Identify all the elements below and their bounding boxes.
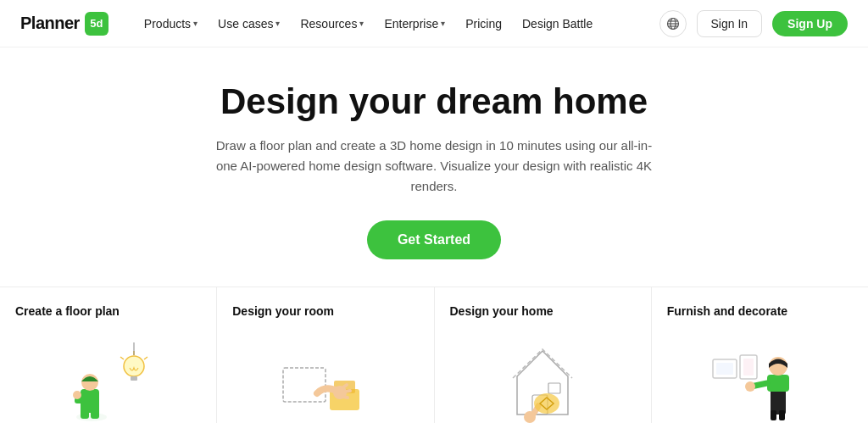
logo-icon: 5d xyxy=(85,12,108,36)
svg-rect-10 xyxy=(91,409,99,419)
card-illus-furnish xyxy=(667,328,853,423)
svg-line-15 xyxy=(144,357,147,359)
chevron-down-icon: ▾ xyxy=(193,19,198,28)
svg-rect-41 xyxy=(779,410,785,420)
card-floor-plan: Create a floor plan xyxy=(0,287,217,423)
card-illus-floor xyxy=(15,328,201,423)
card-furnish: Furnish and decorate xyxy=(652,287,868,423)
home-illustration xyxy=(487,342,598,423)
svg-point-11 xyxy=(73,391,81,399)
svg-point-35 xyxy=(745,381,755,392)
svg-point-29 xyxy=(534,393,559,414)
globe-icon xyxy=(666,17,680,31)
card-title-furnish: Furnish and decorate xyxy=(667,304,853,318)
nav-right: Sign In Sign Up xyxy=(659,10,848,37)
svg-rect-13 xyxy=(131,376,137,381)
nav-use-cases[interactable]: Use cases ▾ xyxy=(209,12,288,36)
card-title-room: Design your room xyxy=(232,304,418,318)
get-started-button[interactable]: Get Started xyxy=(367,220,501,259)
svg-rect-32 xyxy=(767,375,789,392)
room-illustration xyxy=(270,342,381,423)
furnish-illustration xyxy=(704,342,815,423)
card-design-room: Design your room xyxy=(217,287,434,423)
svg-rect-28 xyxy=(548,383,560,393)
hero-subtitle: Draw a floor plan and create a 3D home d… xyxy=(214,136,654,197)
hero-section: Design your dream home Draw a floor plan… xyxy=(0,47,868,285)
card-design-home: Design your home xyxy=(435,287,652,423)
floor-plan-illustration xyxy=(53,342,164,423)
svg-line-23 xyxy=(345,391,350,392)
feature-cards: Create a floor plan xyxy=(0,287,868,423)
svg-line-22 xyxy=(343,385,347,387)
svg-rect-40 xyxy=(771,410,776,420)
brand-name: Planner xyxy=(20,14,80,33)
card-illus-room xyxy=(232,328,418,423)
svg-rect-18 xyxy=(283,368,326,402)
nav-design-battle[interactable]: Design Battle xyxy=(514,12,601,36)
svg-rect-39 xyxy=(743,359,754,376)
svg-rect-9 xyxy=(81,409,89,419)
svg-point-12 xyxy=(124,356,144,376)
chevron-down-icon: ▾ xyxy=(359,19,364,28)
chevron-down-icon: ▾ xyxy=(441,19,445,28)
navbar: Planner 5d Products ▾ Use cases ▾ Resour… xyxy=(0,0,868,47)
logo[interactable]: Planner 5d xyxy=(20,12,108,36)
language-selector[interactable] xyxy=(659,10,687,37)
chevron-down-icon: ▾ xyxy=(275,19,280,28)
svg-rect-37 xyxy=(716,363,733,375)
sign-up-button[interactable]: Sign Up xyxy=(772,11,848,36)
svg-line-16 xyxy=(120,357,124,359)
nav-resources[interactable]: Resources ▾ xyxy=(292,12,372,36)
nav-pricing[interactable]: Pricing xyxy=(457,12,510,36)
hero-title: Design your dream home xyxy=(220,81,648,122)
card-title-floor: Create a floor plan xyxy=(15,304,201,318)
svg-point-30 xyxy=(524,411,536,423)
card-illus-home xyxy=(450,328,636,423)
sign-in-button[interactable]: Sign In xyxy=(697,10,763,37)
nav-links: Products ▾ Use cases ▾ Resources ▾ Enter… xyxy=(136,12,659,36)
svg-line-24 xyxy=(343,397,348,398)
nav-enterprise[interactable]: Enterprise ▾ xyxy=(376,12,453,36)
card-title-home: Design your home xyxy=(450,304,636,318)
nav-products[interactable]: Products ▾ xyxy=(136,12,206,36)
